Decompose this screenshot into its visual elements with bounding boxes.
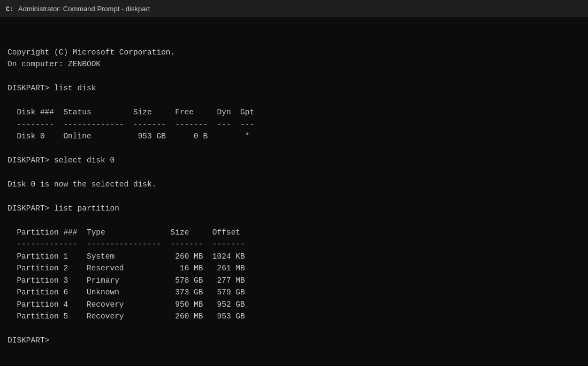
terminal-line: [7, 215, 581, 227]
terminal-line: [7, 143, 581, 154]
terminal-line: [7, 191, 581, 203]
terminal-line: [7, 71, 581, 82]
terminal-line: ------------- ---------------- ------- -…: [7, 238, 581, 250]
cmd-icon: C:\: [5, 4, 14, 13]
terminal-line: [7, 167, 581, 178]
terminal-line: -------- ------------- ------- ------- -…: [7, 119, 581, 130]
terminal-line: Partition 5 Recovery 260 MB 953 GB: [7, 310, 581, 322]
terminal-content[interactable]: Copyright (C) Microsoft Corporation.On c…: [0, 17, 588, 352]
terminal-line: DISKPART> list partition: [7, 203, 581, 214]
terminal-line: Partition 1 System 260 MB 1024 KB: [7, 251, 581, 262]
terminal-line: Disk 0 is now the selected disk.: [7, 178, 581, 190]
terminal-line: [7, 323, 581, 334]
terminal-line: Disk ### Status Size Free Dyn Gpt: [7, 106, 581, 118]
terminal-line: Partition 6 Unknown 373 GB 579 GB: [7, 286, 581, 298]
terminal-line: Partition 2 Reserved 16 MB 261 MB: [7, 262, 581, 274]
terminal-line: [7, 34, 581, 46]
title-bar: C:\ Administrator: Command Prompt - disk…: [0, 0, 588, 17]
terminal-line: DISKPART> list disk: [7, 82, 581, 94]
title-bar-text: Administrator: Command Prompt - diskpart: [18, 5, 150, 13]
terminal-line: Copyright (C) Microsoft Corporation.: [7, 46, 581, 58]
terminal-line: Partition 4 Recovery 950 MB 952 GB: [7, 299, 581, 310]
terminal-line: [7, 95, 581, 106]
terminal-line: DISKPART> select disk 0: [7, 154, 581, 166]
svg-text:C:\: C:\: [6, 6, 14, 13]
terminal-line: DISKPART>: [7, 334, 581, 346]
terminal-line: Disk 0 Online 953 GB 0 B *: [7, 130, 581, 142]
terminal-line: On computer: ZENBOOK: [7, 58, 581, 70]
terminal-line: Partition 3 Primary 578 GB 277 MB: [7, 275, 581, 286]
terminal-line: Partition ### Type Size Offset: [7, 227, 581, 238]
